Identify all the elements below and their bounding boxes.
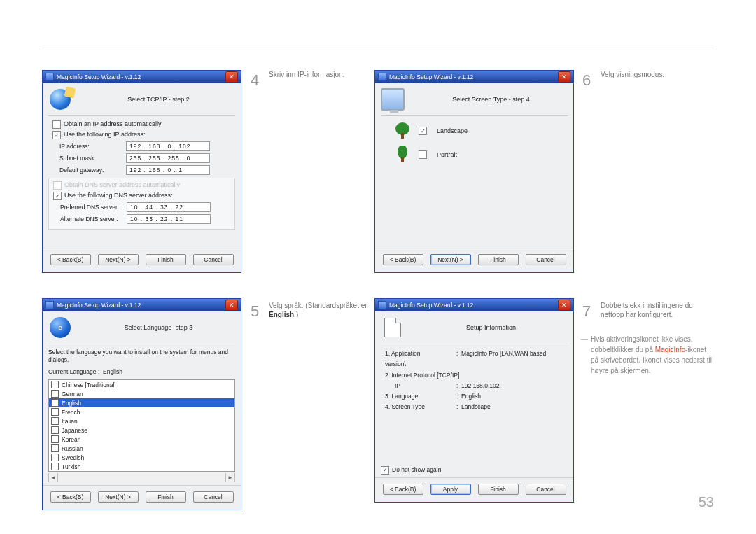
step-number: 6	[582, 70, 594, 91]
svg-rect-3	[401, 157, 404, 162]
cancel-button[interactable]: Cancel	[526, 484, 566, 495]
language-item[interactable]: Korean	[49, 435, 234, 444]
step-header: Select TCP/IP - step 2	[82, 96, 235, 103]
language-item[interactable]: Turkish	[49, 462, 234, 471]
back-button[interactable]: < Back(B)	[383, 484, 424, 495]
finish-button[interactable]: Finish	[146, 491, 186, 503]
language-list[interactable]: Chinese [Traditional]GermanEnglishFrench…	[48, 379, 235, 472]
step5-caption: 5 Velg språk. (Standardspråket er Englis…	[251, 301, 370, 322]
top-rule	[42, 48, 714, 48]
svg-rect-1	[401, 133, 404, 139]
titlebar: MagicInfo Setup Wizard - v.1.12 ✕	[43, 299, 241, 311]
titlebar: MagicInfo Setup Wizard - v.1.12 ✕	[375, 299, 573, 311]
close-icon[interactable]: ✕	[225, 300, 238, 311]
cancel-button[interactable]: Cancel	[193, 491, 234, 503]
language-item[interactable]: English	[49, 398, 234, 407]
use-ip-option[interactable]: ✓Use the following IP address:	[52, 131, 235, 139]
next-button[interactable]: Next(N) >	[430, 254, 471, 265]
step-number: 4	[251, 70, 262, 91]
language-item[interactable]: Chinese [Traditional]	[49, 380, 234, 389]
step-text: Dobbeltsjekk innstillingene du nettopp h…	[601, 301, 715, 322]
portrait-option[interactable]: Portrait	[393, 146, 568, 164]
language-item[interactable]: German	[49, 389, 234, 398]
app-icon	[46, 301, 54, 309]
window-title: MagicInfo Setup Wizard - v.1.12	[389, 302, 558, 309]
gateway-field[interactable]: 192 . 168 . 0 . 1	[126, 165, 210, 175]
subnet-label: Subnet mask:	[59, 155, 126, 162]
step-text: Velg språk. (Standardspråket er English.…	[269, 301, 370, 322]
step-number: 7	[582, 301, 594, 322]
language-item[interactable]: Chinese [Simplified]	[49, 471, 234, 472]
setup-summary: 1. Application: MagicInfo Pro [LAN,WAN b…	[385, 349, 568, 413]
language-item[interactable]: Russian	[49, 444, 234, 453]
language-item[interactable]: Italian	[49, 416, 234, 426]
auto-dns-option: Obtain DNS server address automatically	[53, 181, 230, 190]
cancel-button[interactable]: Cancel	[526, 254, 566, 265]
language-item[interactable]: Swedish	[49, 453, 234, 462]
wizard-step7-window: MagicInfo Setup Wizard - v.1.12 ✕ Setup …	[374, 298, 574, 503]
wizard-step4-window: MagicInfo Setup Wizard - v.1.12 ✕ Select…	[42, 70, 241, 273]
step4-caption: 4 Skriv inn IP-informasjon.	[251, 70, 370, 91]
ie-icon: e	[48, 316, 72, 339]
ip-label: IP address:	[59, 143, 126, 150]
scroll-left-icon[interactable]: ◄	[49, 473, 58, 482]
auto-ip-option[interactable]: Obtain an IP address automatically	[52, 120, 235, 129]
window-title: MagicInfo Setup Wizard - v.1.12	[57, 302, 225, 309]
app-icon	[46, 73, 54, 81]
subnet-field[interactable]: 255 . 255 . 255 . 0	[126, 153, 210, 163]
window-title: MagicInfo Setup Wizard - v.1.12	[57, 73, 225, 80]
step7-caption: 7 Dobbeltsjekk innstillingene du nettopp…	[582, 301, 715, 322]
globe-icon	[48, 87, 72, 111]
dont-show-checkbox[interactable]: ✓Do not show again	[381, 466, 568, 475]
step7-note: Hvis aktiveringsikonet ikke vises, dobbe…	[591, 334, 715, 376]
app-icon	[378, 73, 386, 81]
titlebar: MagicInfo Setup Wizard - v.1.12 ✕	[43, 71, 241, 83]
scroll-right-icon[interactable]: ►	[225, 473, 234, 482]
svg-point-2	[398, 146, 407, 159]
back-button[interactable]: < Back(B)	[50, 491, 91, 503]
close-icon[interactable]: ✕	[558, 71, 570, 83]
step-header: Setup Information	[414, 324, 568, 331]
gateway-label: Default gateway:	[59, 167, 126, 174]
titlebar: MagicInfo Setup Wizard - v.1.12 ✕	[375, 71, 573, 83]
next-button[interactable]: Next(N) >	[98, 254, 139, 265]
monitor-icon	[381, 87, 405, 111]
page-number: 53	[699, 494, 714, 510]
cancel-button[interactable]: Cancel	[193, 254, 234, 265]
step-header: Select Screen Type - step 4	[414, 96, 568, 103]
current-language: Current Language : English	[48, 368, 235, 375]
step-header: Select Language -step 3	[82, 324, 235, 331]
ip-field[interactable]: 192 . 168 . 0 . 102	[126, 141, 210, 151]
finish-button[interactable]: Finish	[146, 254, 186, 265]
close-icon[interactable]: ✕	[225, 71, 238, 83]
scrollbar[interactable]: ◄ ►	[48, 473, 235, 482]
finish-button[interactable]: Finish	[478, 254, 519, 265]
next-button[interactable]: Next(N) >	[98, 491, 139, 503]
app-icon	[378, 301, 386, 309]
wizard-step6-window: MagicInfo Setup Wizard - v.1.12 ✕ Select…	[374, 70, 574, 273]
use-dns-option[interactable]: ✓Use the following DNS server address:	[53, 192, 230, 200]
pref-dns-field[interactable]: 10 . 44 . 33 . 22	[127, 202, 211, 212]
step-text: Skriv inn IP-informasjon.	[269, 70, 344, 91]
step-text: Velg visningsmodus.	[601, 70, 664, 91]
language-item[interactable]: French	[49, 407, 234, 416]
language-item[interactable]: Japanese	[49, 426, 234, 435]
alt-dns-field[interactable]: 10 . 33 . 22 . 11	[127, 214, 211, 224]
back-button[interactable]: < Back(B)	[50, 254, 91, 265]
lang-instruction: Select the language you want to install …	[48, 349, 235, 364]
back-button[interactable]: < Back(B)	[383, 254, 424, 265]
document-icon	[381, 316, 405, 339]
landscape-option[interactable]: ✓Landscape	[393, 122, 568, 140]
tree-portrait-icon	[393, 146, 412, 164]
step6-caption: 6 Velg visningsmodus.	[582, 70, 715, 91]
tree-landscape-icon	[393, 122, 412, 140]
apply-button[interactable]: Apply	[430, 484, 471, 495]
finish-button[interactable]: Finish	[478, 484, 519, 495]
wizard-step5-window: MagicInfo Setup Wizard - v.1.12 ✕ e Sele…	[42, 298, 241, 510]
close-icon[interactable]: ✕	[558, 300, 570, 311]
pref-dns-label: Preferred DNS server:	[60, 204, 127, 211]
step-number: 5	[251, 301, 262, 322]
alt-dns-label: Alternate DNS server:	[60, 216, 127, 223]
window-title: MagicInfo Setup Wizard - v.1.12	[389, 73, 558, 80]
